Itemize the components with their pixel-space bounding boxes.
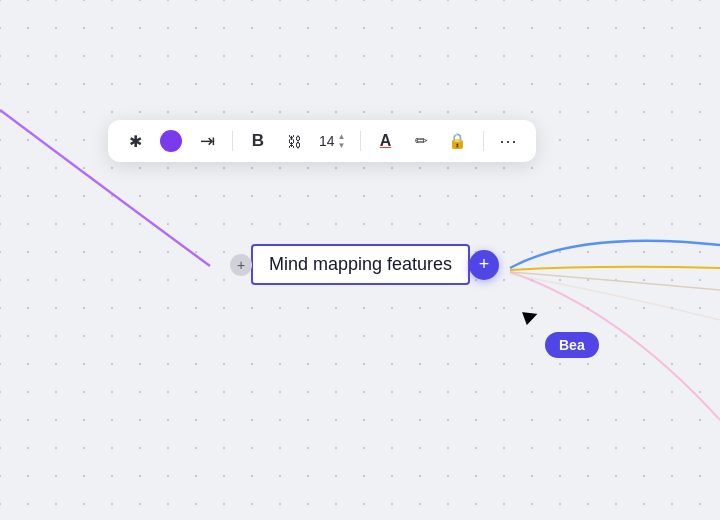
lock-icon[interactable]: 🔒 bbox=[447, 130, 469, 152]
divider-1 bbox=[232, 131, 233, 151]
divider-3 bbox=[483, 131, 484, 151]
font-size-control[interactable]: 14 ▲ ▼ bbox=[319, 133, 346, 150]
link-icon[interactable]: ⛓ bbox=[283, 130, 305, 152]
font-color-icon[interactable]: A bbox=[375, 130, 397, 152]
add-child-left-button[interactable]: + bbox=[230, 254, 252, 276]
asterisk-icon[interactable]: ✱ bbox=[124, 130, 146, 152]
mind-map-node: + Mind mapping features + bbox=[230, 244, 499, 285]
node-text: Mind mapping features bbox=[269, 254, 452, 274]
font-size-value: 14 bbox=[319, 133, 335, 149]
collaborator-label: Bea bbox=[545, 332, 599, 358]
color-dot[interactable] bbox=[160, 130, 182, 152]
more-options-icon[interactable]: ··· bbox=[498, 130, 520, 152]
font-size-arrows[interactable]: ▲ ▼ bbox=[338, 133, 346, 150]
bold-icon[interactable]: B bbox=[247, 130, 269, 152]
formatting-toolbar: ✱ ⇥ B ⛓ 14 ▲ ▼ A ✏ 🔒 ··· bbox=[108, 120, 536, 162]
indent-icon[interactable]: ⇥ bbox=[196, 130, 218, 152]
divider-2 bbox=[360, 131, 361, 151]
add-child-right-button[interactable]: + bbox=[469, 250, 499, 280]
highlight-icon[interactable]: ✏ bbox=[411, 130, 433, 152]
node-text-box[interactable]: Mind mapping features bbox=[251, 244, 470, 285]
